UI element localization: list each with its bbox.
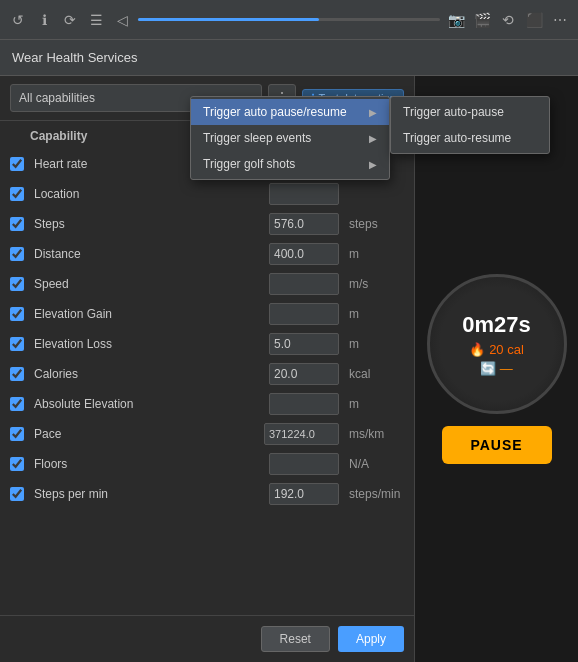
pause-button[interactable]: PAUSE bbox=[442, 426, 552, 464]
dropdown-item-auto-pause-resume[interactable]: Trigger auto pause/resume ▶ bbox=[191, 99, 389, 125]
table-row: Steps per min steps/min bbox=[10, 479, 404, 509]
pace-checkbox[interactable] bbox=[10, 427, 24, 441]
watch-display: 0m27s 🔥 20 cal 🔄 — bbox=[427, 274, 567, 414]
toolbar-menu-icon[interactable]: ☰ bbox=[86, 10, 106, 30]
speed-input[interactable] bbox=[269, 273, 339, 295]
bottom-bar: Reset Apply bbox=[0, 615, 414, 662]
toolbar-undo-icon[interactable]: ⟲ bbox=[498, 10, 518, 30]
toolbar-progress-bar bbox=[138, 18, 319, 21]
speed-checkbox[interactable] bbox=[10, 277, 24, 291]
steps-input[interactable] bbox=[269, 213, 339, 235]
toolbar-video-icon[interactable]: 🎬 bbox=[472, 10, 492, 30]
chevron-right-icon: ▶ bbox=[369, 107, 377, 118]
distance-unit: m bbox=[349, 247, 404, 261]
dropdown-submenu: Trigger auto-pause Trigger auto-resume bbox=[390, 96, 550, 154]
elevation-loss-unit: m bbox=[349, 337, 404, 351]
toolbar-info-icon[interactable]: ℹ bbox=[34, 10, 54, 30]
abs-elevation-checkbox[interactable] bbox=[10, 397, 24, 411]
table-row: Location bbox=[10, 179, 404, 209]
distance-label: Distance bbox=[34, 247, 259, 261]
toolbar: ↺ ℹ ⟳ ☰ ◁ 📷 🎬 ⟲ ⬛ ⋯ bbox=[0, 0, 578, 40]
location-input[interactable] bbox=[269, 183, 339, 205]
floors-label: Floors bbox=[34, 457, 259, 471]
steps-label: Steps bbox=[34, 217, 259, 231]
steps-per-min-input[interactable] bbox=[269, 483, 339, 505]
elevation-loss-input[interactable] bbox=[269, 333, 339, 355]
elevation-loss-checkbox[interactable] bbox=[10, 337, 24, 351]
dropdown-item-label: Trigger golf shots bbox=[203, 157, 295, 171]
table-row: Pace ms/km bbox=[10, 419, 404, 449]
steps-per-min-checkbox[interactable] bbox=[10, 487, 24, 501]
speed-label: Speed bbox=[34, 277, 259, 291]
apply-button[interactable]: Apply bbox=[338, 626, 404, 652]
toolbar-refresh-icon[interactable]: ⟳ bbox=[60, 10, 80, 30]
steps-unit: steps bbox=[349, 217, 404, 231]
table-row: Calories kcal bbox=[10, 359, 404, 389]
speed-unit: m/s bbox=[349, 277, 404, 291]
toolbar-window-icon[interactable]: ⬛ bbox=[524, 10, 544, 30]
table-row: Speed m/s bbox=[10, 269, 404, 299]
submenu-item-label: Trigger auto-pause bbox=[403, 105, 504, 119]
reset-button[interactable]: Reset bbox=[261, 626, 330, 652]
pace-input[interactable] bbox=[264, 423, 339, 445]
dropdown-menu: Trigger auto pause/resume ▶ Trigger slee… bbox=[190, 96, 390, 180]
dropdown-item-golf-shots[interactable]: Trigger golf shots ▶ bbox=[191, 151, 389, 177]
watch-time: 0m27s bbox=[462, 312, 531, 338]
calories-checkbox[interactable] bbox=[10, 367, 24, 381]
abs-elevation-input[interactable] bbox=[269, 393, 339, 415]
table-row: Elevation Gain m bbox=[10, 299, 404, 329]
watch-calories: 🔥 20 cal bbox=[469, 342, 524, 357]
flame-icon: 🔥 bbox=[469, 342, 485, 357]
elevation-loss-label: Elevation Loss bbox=[34, 337, 259, 351]
table-row: Elevation Loss m bbox=[10, 329, 404, 359]
distance-input[interactable] bbox=[269, 243, 339, 265]
elevation-gain-checkbox[interactable] bbox=[10, 307, 24, 321]
floors-unit: N/A bbox=[349, 457, 404, 471]
dropdown-item-sleep-events[interactable]: Trigger sleep events ▶ bbox=[191, 125, 389, 151]
watch-refresh-icon: 🔄 — bbox=[480, 361, 513, 376]
app-title: Wear Health Services bbox=[12, 50, 137, 65]
location-checkbox[interactable] bbox=[10, 187, 24, 201]
submenu-item-label: Trigger auto-resume bbox=[403, 131, 511, 145]
table-row: Distance m bbox=[10, 239, 404, 269]
table-row: Floors N/A bbox=[10, 449, 404, 479]
calories-value: 20 cal bbox=[489, 342, 524, 357]
calories-label: Calories bbox=[34, 367, 259, 381]
abs-elevation-unit: m bbox=[349, 397, 404, 411]
table-row: Absolute Elevation m bbox=[10, 389, 404, 419]
capability-table: Capability Heart rate bpm Location Steps bbox=[0, 121, 414, 615]
floors-checkbox[interactable] bbox=[10, 457, 24, 471]
toolbar-progress bbox=[138, 18, 440, 21]
steps-checkbox[interactable] bbox=[10, 217, 24, 231]
chevron-right-icon: ▶ bbox=[369, 159, 377, 170]
abs-elevation-label: Absolute Elevation bbox=[34, 397, 259, 411]
dropdown-item-label: Trigger sleep events bbox=[203, 131, 311, 145]
table-row: Steps steps bbox=[10, 209, 404, 239]
dropdown-submenu-item-auto-resume[interactable]: Trigger auto-resume bbox=[391, 125, 549, 151]
calories-input[interactable] bbox=[269, 363, 339, 385]
elevation-gain-unit: m bbox=[349, 307, 404, 321]
steps-per-min-label: Steps per min bbox=[34, 487, 259, 501]
dropdown-submenu-item-auto-pause[interactable]: Trigger auto-pause bbox=[391, 99, 549, 125]
elevation-gain-label: Elevation Gain bbox=[34, 307, 259, 321]
toolbar-prev-icon[interactable]: ◁ bbox=[112, 10, 132, 30]
toolbar-back-icon[interactable]: ↺ bbox=[8, 10, 28, 30]
app-titlebar: Wear Health Services bbox=[0, 40, 578, 76]
pace-label: Pace bbox=[34, 427, 254, 441]
location-label: Location bbox=[34, 187, 259, 201]
floors-input[interactable] bbox=[269, 453, 339, 475]
steps-per-min-unit: steps/min bbox=[349, 487, 404, 501]
toolbar-camera-icon[interactable]: 📷 bbox=[446, 10, 466, 30]
dropdown-overlay: Trigger auto pause/resume ▶ Trigger slee… bbox=[190, 96, 550, 180]
dropdown-item-label: Trigger auto pause/resume bbox=[203, 105, 347, 119]
toolbar-more-icon[interactable]: ⋯ bbox=[550, 10, 570, 30]
pace-unit: ms/km bbox=[349, 427, 404, 441]
elevation-gain-input[interactable] bbox=[269, 303, 339, 325]
distance-checkbox[interactable] bbox=[10, 247, 24, 261]
calories-unit: kcal bbox=[349, 367, 404, 381]
chevron-right-icon: ▶ bbox=[369, 133, 377, 144]
heart-rate-checkbox[interactable] bbox=[10, 157, 24, 171]
